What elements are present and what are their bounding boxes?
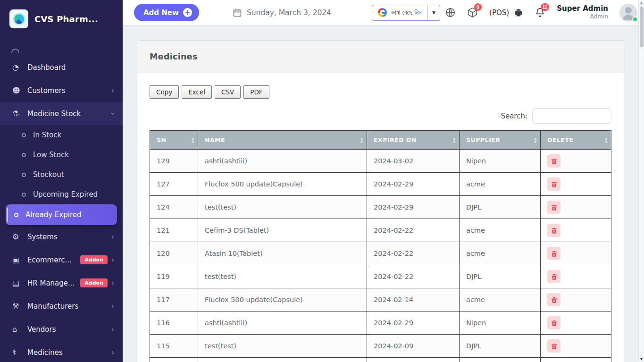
trash-icon	[551, 227, 558, 234]
table-row: 129ashti(ashtiii)2024-03-02Nipen	[150, 150, 611, 173]
copy-export-button[interactable]: Copy	[150, 85, 179, 99]
cell-expired-on: 2024-02-22	[367, 242, 460, 265]
cell-name: test(test)	[198, 265, 367, 288]
delete-button[interactable]	[547, 316, 560, 329]
sidebar-nav: ◔Dashboard☻Customers›⚗Medicine Stock›In …	[0, 56, 123, 362]
ecommerce-icon: ▣	[12, 255, 27, 264]
cell-expired-on: 2024-02-29	[367, 196, 460, 219]
table-row: 121Cefim-3 DS(Tablet)2024-02-22acme	[150, 219, 611, 242]
chevron-right-icon: ›	[111, 256, 114, 264]
logo-icon	[9, 9, 28, 28]
sidebar-item-label: Manufacturers	[27, 302, 78, 311]
user-info[interactable]: Super Admin Admin	[557, 4, 608, 21]
notifications-button[interactable]: 11	[535, 7, 545, 18]
language-selector[interactable]: ভাষা বেছে নিন	[372, 5, 440, 21]
sidebar-item-manufacturers[interactable]: ⚒Manufacturers›	[0, 295, 123, 318]
cell-delete	[541, 196, 611, 219]
delete-button[interactable]	[547, 339, 560, 353]
column-header-sn[interactable]: SN	[150, 131, 198, 150]
pdf-export-button[interactable]: PDF	[243, 85, 269, 99]
language-selector-main[interactable]: ভাষা বেছে নিন	[372, 5, 427, 20]
main-content: Medicines CopyExcelCSVPDF Search: SNNAME…	[123, 25, 638, 362]
cell-delete	[541, 288, 611, 311]
column-header-supplier[interactable]: SUPPLIER	[460, 131, 541, 150]
cell-delete	[541, 150, 611, 173]
language-label: ভাষা বেছে নিন	[391, 8, 421, 17]
globe-icon	[445, 7, 456, 18]
cell-sn: 117	[150, 288, 198, 311]
delete-button[interactable]	[547, 154, 560, 168]
search-input[interactable]	[532, 108, 611, 124]
scroll-up-arrow[interactable]	[639, 1, 644, 5]
trash-icon	[551, 204, 558, 211]
sidebar-subitem-stockout[interactable]: Stockout	[0, 165, 123, 185]
column-header-name[interactable]: NAME	[198, 131, 367, 150]
cell-name: ashti(ashtiii)	[198, 150, 367, 173]
delete-button[interactable]	[547, 293, 560, 306]
add-new-button[interactable]: Add New	[134, 4, 199, 21]
scroll-down-arrow[interactable]	[639, 357, 644, 361]
column-header-expired-on[interactable]: EXPIRED ON	[367, 131, 460, 150]
sidebar-item-systems[interactable]: ⚙Systems›	[0, 225, 123, 248]
circle-bullet-icon	[22, 153, 26, 157]
export-buttons: CopyExcelCSVPDF	[150, 85, 611, 99]
pos-print[interactable]: (POS)	[489, 8, 523, 17]
plus-icon	[183, 8, 192, 17]
avatar[interactable]	[619, 4, 637, 22]
cell-delete	[541, 311, 611, 335]
logo[interactable]: CVS Pharm...	[0, 0, 123, 33]
sort-icon	[192, 137, 194, 143]
card-header: Medicines	[137, 41, 624, 73]
sidebar-item-medicine-stock[interactable]: ⚗Medicine Stock›	[0, 102, 123, 125]
sidebar-item-label: HR Manage...	[27, 279, 75, 287]
trash-icon	[551, 158, 558, 165]
sidebar-subitem-in-stock[interactable]: In Stock	[0, 125, 123, 145]
addon-badge: Addon	[80, 255, 108, 264]
sidebar-item-dashboard[interactable]: ◔Dashboard	[0, 56, 123, 79]
delete-button[interactable]	[547, 201, 560, 214]
cell-delete	[541, 173, 611, 196]
delete-button[interactable]	[547, 270, 560, 283]
scrollbar[interactable]	[638, 0, 644, 362]
circle-bullet-icon	[22, 173, 26, 177]
package-badge: 0	[474, 3, 482, 11]
sidebar-item-label: Ecommerc...	[27, 256, 72, 264]
sidebar-subitem-low-stock[interactable]: Low Stock	[0, 145, 123, 165]
cell-name: Atasin 10(Tablet)	[198, 242, 367, 265]
delete-button[interactable]	[547, 247, 560, 260]
sidebar-subitem-already-expired[interactable]: Already Expired	[6, 204, 117, 225]
sidebar-item-hr-manage[interactable]: ▤HR Manage...Addon›	[0, 271, 123, 295]
sidebar-item-medicines[interactable]: ⚕Medicines›	[0, 341, 123, 362]
avatar-person-icon	[625, 7, 632, 14]
trash-icon	[551, 296, 558, 303]
delete-button[interactable]	[547, 177, 560, 191]
sidebar-subitem-upcoming-expired[interactable]: Upcoming Expired	[0, 185, 123, 204]
cell-expired-on: 2024-02-29	[367, 173, 460, 196]
scroll-thumb[interactable]	[640, 7, 644, 47]
user-name: Super Admin	[557, 4, 608, 14]
addon-badge: Addon	[80, 278, 108, 287]
table-row: 127Fluclox 500 update(Capsule)2024-02-29…	[150, 173, 611, 196]
table-row: 117Fluclox 500 update(Capsule)2024-02-14…	[150, 288, 611, 311]
sidebar-item-customers[interactable]: ☻Customers›	[0, 79, 123, 102]
dashboard-icon: ◔	[12, 63, 27, 72]
cell-sn: 116	[150, 311, 198, 335]
sidebar-item-label: Systems	[27, 233, 58, 241]
csv-export-button[interactable]: CSV	[215, 85, 241, 99]
cell-expired-on: 2024-02-22	[367, 265, 460, 288]
topbar-right: 0 (POS) 11 Super Admin Admin	[445, 4, 637, 22]
cell-sn: 124	[150, 196, 198, 219]
sidebar-item-ecommerc[interactable]: ▣Ecommerc...Addon›	[0, 248, 123, 271]
globe-button[interactable]	[445, 7, 456, 18]
language-dropdown-arrow-icon[interactable]	[427, 5, 440, 20]
medicines-icon: ⚕	[12, 348, 27, 357]
cell-delete	[541, 242, 611, 265]
delete-button[interactable]	[547, 224, 560, 237]
sidebar-item-vendors[interactable]: ⌂Vendors›	[0, 318, 123, 341]
excel-export-button[interactable]: Excel	[182, 85, 212, 99]
partial-scrolled-icon	[11, 49, 19, 53]
column-header-delete[interactable]: DELETE	[541, 131, 611, 150]
column-header-label: DELETE	[547, 136, 573, 143]
package-button[interactable]: 0	[467, 7, 478, 18]
table-row: 115test(test)2024-02-09DJPL	[150, 335, 611, 358]
